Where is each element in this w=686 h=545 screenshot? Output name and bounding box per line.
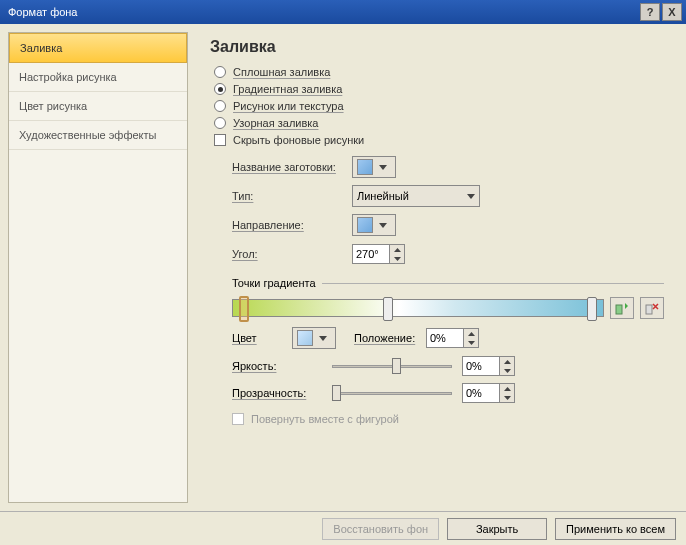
radio-icon xyxy=(214,66,226,78)
radio-icon xyxy=(214,83,226,95)
sidebar-item-artistic[interactable]: Художественные эффекты xyxy=(9,121,187,150)
direction-dropdown[interactable] xyxy=(352,214,396,236)
close-dialog-button[interactable]: Закрыть xyxy=(447,518,547,540)
svg-marker-0 xyxy=(394,248,401,252)
position-input[interactable] xyxy=(427,329,463,347)
transparency-spinner[interactable] xyxy=(462,383,515,403)
type-value: Линейный xyxy=(357,190,461,202)
svg-marker-9 xyxy=(504,396,511,400)
transparency-slider[interactable] xyxy=(332,383,452,403)
restore-button: Восстановить фон xyxy=(322,518,439,540)
type-label: Тип: xyxy=(232,190,352,202)
spin-down[interactable] xyxy=(390,254,404,263)
brightness-slider[interactable] xyxy=(332,356,452,376)
checkbox-hide-bg[interactable]: Скрыть фоновые рисунки xyxy=(214,134,664,146)
chevron-down-icon xyxy=(467,194,475,199)
svg-marker-4 xyxy=(468,332,475,336)
radio-icon xyxy=(214,117,226,129)
sidebar-item-label: Художественные эффекты xyxy=(19,129,156,141)
checkbox-label: Скрыть фоновые рисунки xyxy=(233,134,364,146)
svg-rect-3 xyxy=(646,305,652,314)
sidebar-item-label: Цвет рисунка xyxy=(19,100,87,112)
remove-stop-button[interactable] xyxy=(640,297,664,319)
spin-down[interactable] xyxy=(500,366,514,375)
sidebar-item-picture-adjust[interactable]: Настройка рисунка xyxy=(9,63,187,92)
brightness-label: Яркость: xyxy=(232,360,322,372)
paint-bucket-icon xyxy=(297,330,313,346)
type-dropdown[interactable]: Линейный xyxy=(352,185,480,207)
spin-up[interactable] xyxy=(500,384,514,393)
gradient-track[interactable] xyxy=(232,299,604,317)
checkbox-icon xyxy=(232,413,244,425)
radio-solid-fill[interactable]: Сплошная заливка xyxy=(214,66,664,78)
svg-marker-8 xyxy=(504,387,511,391)
angle-input[interactable] xyxy=(353,245,389,263)
stops-header: Точки градиента xyxy=(232,277,316,289)
color-dropdown[interactable] xyxy=(292,327,336,349)
angle-spinner[interactable] xyxy=(352,244,405,264)
chevron-down-icon xyxy=(319,336,327,341)
sidebar-item-fill[interactable]: Заливка xyxy=(9,33,187,63)
svg-marker-6 xyxy=(504,360,511,364)
swatch-icon xyxy=(357,217,373,233)
sidebar-item-label: Настройка рисунка xyxy=(19,71,117,83)
slider-thumb[interactable] xyxy=(392,358,401,374)
footer: Восстановить фон Закрыть Применить ко вс… xyxy=(0,511,686,545)
chevron-down-icon xyxy=(379,165,387,170)
radio-icon xyxy=(214,100,226,112)
spin-down[interactable] xyxy=(464,338,478,347)
panel-heading: Заливка xyxy=(210,38,664,56)
spin-up[interactable] xyxy=(500,357,514,366)
radio-pattern-fill[interactable]: Узорная заливка xyxy=(214,117,664,129)
remove-stop-icon xyxy=(645,301,659,315)
spin-up[interactable] xyxy=(464,329,478,338)
sidebar-item-picture-color[interactable]: Цвет рисунка xyxy=(9,92,187,121)
svg-marker-7 xyxy=(504,369,511,373)
radio-label: Рисунок или текстура xyxy=(233,100,344,112)
window-title: Формат фона xyxy=(8,6,640,18)
gradient-stop[interactable] xyxy=(383,297,393,321)
angle-label: Угол: xyxy=(232,248,352,260)
svg-marker-1 xyxy=(394,257,401,261)
brightness-spinner[interactable] xyxy=(462,356,515,376)
add-stop-icon xyxy=(615,301,629,315)
direction-label: Направление: xyxy=(232,219,352,231)
preset-dropdown[interactable] xyxy=(352,156,396,178)
radio-label: Градиентная заливка xyxy=(233,83,342,95)
transparency-input[interactable] xyxy=(463,384,499,402)
titlebar: Формат фона ? X xyxy=(0,0,686,24)
apply-all-button[interactable]: Применить ко всем xyxy=(555,518,676,540)
spin-up[interactable] xyxy=(390,245,404,254)
preset-label: Название заготовки: xyxy=(232,161,352,173)
slider-thumb[interactable] xyxy=(332,385,341,401)
color-label: Цвет xyxy=(232,332,292,344)
sidebar-item-label: Заливка xyxy=(20,42,62,54)
gradient-stop-active[interactable] xyxy=(239,296,249,322)
radio-gradient-fill[interactable]: Градиентная заливка xyxy=(214,83,664,95)
divider xyxy=(322,283,664,284)
svg-marker-5 xyxy=(468,341,475,345)
main-panel: Заливка Сплошная заливка Градиентная зал… xyxy=(196,32,678,503)
position-spinner[interactable] xyxy=(426,328,479,348)
checkbox-rotate: Повернуть вместе с фигурой xyxy=(232,413,664,425)
transparency-label: Прозрачность: xyxy=(232,387,322,399)
gradient-stop[interactable] xyxy=(587,297,597,321)
titlebar-buttons: ? X xyxy=(640,3,682,21)
checkbox-label: Повернуть вместе с фигурой xyxy=(251,413,399,425)
close-button[interactable]: X xyxy=(662,3,682,21)
checkbox-icon xyxy=(214,134,226,146)
slider-track xyxy=(332,392,452,395)
help-button[interactable]: ? xyxy=(640,3,660,21)
radio-label: Сплошная заливка xyxy=(233,66,330,78)
radio-picture-fill[interactable]: Рисунок или текстура xyxy=(214,100,664,112)
position-label: Положение: xyxy=(354,332,426,344)
radio-label: Узорная заливка xyxy=(233,117,318,129)
sidebar: Заливка Настройка рисунка Цвет рисунка Х… xyxy=(8,32,188,503)
swatch-icon xyxy=(357,159,373,175)
spin-down[interactable] xyxy=(500,393,514,402)
svg-rect-2 xyxy=(616,305,622,314)
brightness-input[interactable] xyxy=(463,357,499,375)
add-stop-button[interactable] xyxy=(610,297,634,319)
chevron-down-icon xyxy=(379,223,387,228)
